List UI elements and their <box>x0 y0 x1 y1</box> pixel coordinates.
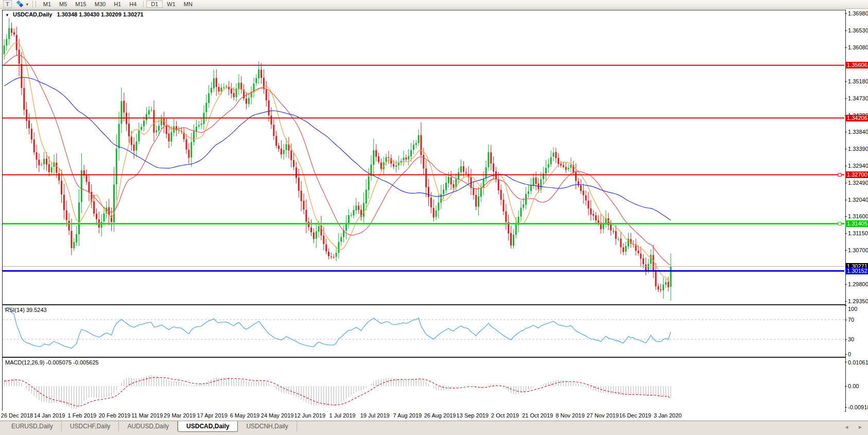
rsi-canvas[interactable] <box>3 305 844 356</box>
price-axis[interactable]: 1.369801.365301.360801.351801.347301.342… <box>846 9 868 421</box>
date-axis-label: 13 Sep 2019 <box>457 412 489 419</box>
date-axis-label: 29 Mar 2019 <box>164 412 196 419</box>
tab-usdchf[interactable]: USDCHF,Daily <box>62 421 119 431</box>
tab-eurusd[interactable]: EURUSD,Daily <box>3 421 62 431</box>
date-axis-label: 1 Jul 2019 <box>329 412 356 419</box>
price-level-badge: 1.32700 <box>845 171 868 178</box>
price-level-badge: 1.34206 <box>845 115 868 121</box>
tab-scroll-arrows: ◄ ► <box>837 424 863 430</box>
macd-tick-mark <box>845 407 847 408</box>
rsi-label: RSI(14) 39.5243 <box>5 307 47 313</box>
price-tick-mark <box>845 183 847 183</box>
date-axis[interactable]: 26 Dec 201814 Jan 20191 Feb 201920 Feb 2… <box>2 411 845 421</box>
rsi-tick-label: 0 <box>848 351 851 357</box>
chart-symbol-period: USDCAD,Daily <box>13 11 52 18</box>
ma-slow-blue <box>4 77 671 220</box>
toolbar-separator <box>143 1 144 7</box>
rsi-panel[interactable] <box>2 305 846 357</box>
main-chart-panel[interactable] <box>2 10 846 305</box>
price-tick-label: 1.35180 <box>848 78 868 84</box>
date-axis-label: 24 May 2019 <box>261 412 294 419</box>
rsi-line <box>4 307 671 348</box>
chart-tabs: EURUSD,DailyUSDCHF,DailyAUDUSD,DailyUSDC… <box>3 421 297 432</box>
rsi-tick-mark <box>845 354 847 355</box>
colors-tool-icon[interactable] <box>16 1 24 7</box>
timeframe-button-m5[interactable]: M5 <box>55 1 71 8</box>
toolbar-grip <box>32 1 36 7</box>
date-axis-label: 2 Oct 2019 <box>491 412 519 419</box>
tab-scroll-right-icon[interactable]: ► <box>858 424 863 430</box>
price-tick-label: 1.29800 <box>848 281 868 287</box>
rsi-tick-mark <box>845 339 847 340</box>
date-axis-label: 3 Jan 2020 <box>654 412 682 419</box>
rsi-tick-mark <box>845 305 847 306</box>
macd-canvas[interactable] <box>3 358 844 410</box>
price-chart-canvas[interactable] <box>3 10 844 303</box>
date-axis-label: 19 Jul 2019 <box>360 412 390 419</box>
price-tick-mark <box>845 233 847 234</box>
price-tick-mark <box>845 47 847 48</box>
timeframe-button-m15[interactable]: M15 <box>71 1 90 8</box>
text-tool-button[interactable]: T <box>3 0 12 8</box>
price-tick-mark <box>845 98 847 99</box>
price-tick-mark <box>845 200 847 200</box>
date-axis-label: 12 Jun 2019 <box>294 412 326 419</box>
price-tick-label: 1.36530 <box>848 27 868 33</box>
date-axis-label: 21 Oct 2019 <box>522 412 553 419</box>
rsi-tick-mark <box>845 320 847 320</box>
macd-tick-label: 0.00 <box>848 383 859 389</box>
timeframe-button-w1[interactable]: W1 <box>163 1 180 8</box>
date-axis-label: 1 Feb 2019 <box>68 412 97 419</box>
date-axis-label: 26 Aug 2019 <box>424 412 456 419</box>
price-level-badge: 1.30152 <box>845 268 868 274</box>
trading-terminal-window: T ▾ M1M5M15M30H1H4D1W1MN ▼ USDCAD,Daily … <box>0 0 868 435</box>
tab-scroll-left-icon[interactable]: ◄ <box>844 424 849 430</box>
timeframe-button-h4[interactable]: H4 <box>125 1 141 8</box>
price-tick-mark <box>845 30 847 31</box>
date-axis-label: 14 Jan 2019 <box>34 412 65 419</box>
timeframe-buttons: M1M5M15M30H1H4D1W1MN <box>39 1 197 8</box>
macd-label: MACD(12,26,9) -0.005075 -0.005625 <box>5 359 99 366</box>
timeframe-button-m30[interactable]: M30 <box>91 1 110 8</box>
price-tick-mark <box>845 149 847 149</box>
price-tick-mark <box>845 216 847 217</box>
chart-title: ▼ USDCAD,Daily 1.30348 1.30430 1.30209 1… <box>5 11 144 18</box>
date-axis-label: 7 Aug 2019 <box>393 412 422 419</box>
price-tick-mark <box>845 13 847 14</box>
rsi-tick-label: 100 <box>848 306 857 312</box>
price-tick-label: 1.31600 <box>848 213 868 219</box>
date-axis-label: 16 Dec 2019 <box>619 412 651 419</box>
timeframe-button-h1[interactable]: H1 <box>110 1 125 8</box>
price-tick-mark <box>845 81 847 82</box>
price-tick-mark <box>845 250 847 251</box>
price-tick-label: 1.32490 <box>848 180 868 186</box>
price-tick-mark <box>845 132 847 132</box>
macd-tick-label: 0.010615 <box>848 359 868 366</box>
timeframe-button-d1[interactable]: D1 <box>146 1 163 8</box>
price-tick-label: 1.31150 <box>848 230 868 236</box>
tab-usdcnh[interactable]: USDCNH,Daily <box>238 421 297 431</box>
price-tick-label: 1.30700 <box>848 247 868 253</box>
price-level-badge: 1.31405 <box>845 220 868 227</box>
chart-menu-caret[interactable]: ▼ <box>5 13 9 18</box>
chevron-down-icon[interactable]: ▾ <box>26 2 28 7</box>
date-axis-label: 26 Dec 2018 <box>1 412 33 419</box>
macd-tick-label: -0.009181 <box>848 404 868 410</box>
tab-usdcad[interactable]: USDCAD,Daily <box>178 421 238 432</box>
macd-panel[interactable] <box>2 357 846 412</box>
price-tick-label: 1.34730 <box>848 95 868 101</box>
date-axis-label: 17 Apr 2019 <box>197 412 228 419</box>
date-axis-label: 6 May 2019 <box>230 412 259 419</box>
rsi-tick-label: 70 <box>848 317 854 323</box>
date-axis-label: 8 Nov 2019 <box>555 412 584 419</box>
price-tick-label: 1.32940 <box>848 163 868 169</box>
price-tick-label: 1.33840 <box>848 129 868 135</box>
price-tick-label: 1.29350 <box>848 298 868 304</box>
date-axis-label: 11 Mar 2019 <box>131 412 163 419</box>
price-tick-label: 1.36080 <box>848 44 868 50</box>
macd-tick-mark <box>845 362 847 362</box>
chart-ohlc-quotes: 1.30348 1.30430 1.30209 1.30271 <box>57 11 143 18</box>
timeframe-button-mn[interactable]: MN <box>180 1 197 8</box>
timeframe-button-m1[interactable]: M1 <box>39 1 55 8</box>
tab-audusd[interactable]: AUDUSD,Daily <box>119 421 178 431</box>
